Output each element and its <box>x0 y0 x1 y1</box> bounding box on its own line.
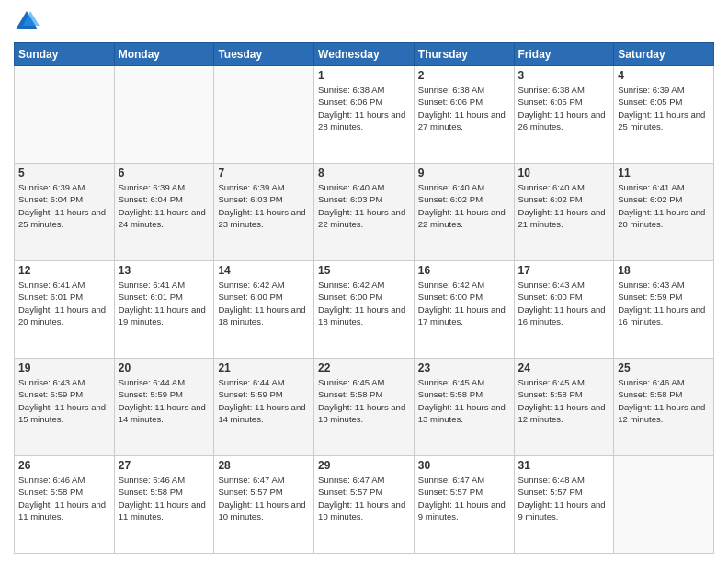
day-number: 31 <box>518 459 610 472</box>
day-info: Sunrise: 6:46 AM Sunset: 5:58 PM Dayligh… <box>119 474 210 523</box>
day-number: 20 <box>119 362 210 374</box>
day-info: Sunrise: 6:47 AM Sunset: 5:57 PM Dayligh… <box>318 474 410 523</box>
day-number: 30 <box>418 459 510 472</box>
week-row-2: 5Sunrise: 6:39 AM Sunset: 6:04 PM Daylig… <box>15 164 714 261</box>
calendar: SundayMondayTuesdayWednesdayThursdayFrid… <box>14 42 714 554</box>
day-number: 22 <box>318 362 410 374</box>
week-row-5: 26Sunrise: 6:46 AM Sunset: 5:58 PM Dayli… <box>15 456 714 554</box>
day-info: Sunrise: 6:45 AM Sunset: 5:58 PM Dayligh… <box>418 376 510 425</box>
day-number: 7 <box>218 167 310 179</box>
day-info: Sunrise: 6:38 AM Sunset: 6:06 PM Dayligh… <box>418 84 510 132</box>
day-cell: 18Sunrise: 6:43 AM Sunset: 5:59 PM Dayli… <box>614 261 714 359</box>
weekday-header-saturday: Saturday <box>614 43 714 66</box>
day-cell: 10Sunrise: 6:40 AM Sunset: 6:02 PM Dayli… <box>514 164 614 261</box>
week-row-3: 12Sunrise: 6:41 AM Sunset: 6:01 PM Dayli… <box>15 261 714 359</box>
day-info: Sunrise: 6:48 AM Sunset: 5:57 PM Dayligh… <box>518 474 610 523</box>
day-number: 13 <box>119 264 210 277</box>
day-number: 18 <box>618 264 710 277</box>
day-info: Sunrise: 6:39 AM Sunset: 6:04 PM Dayligh… <box>119 181 210 230</box>
day-info: Sunrise: 6:44 AM Sunset: 5:59 PM Dayligh… <box>119 376 210 425</box>
day-number: 26 <box>18 459 110 472</box>
day-number: 6 <box>119 167 210 179</box>
day-cell: 11Sunrise: 6:41 AM Sunset: 6:02 PM Dayli… <box>614 164 714 261</box>
day-cell <box>114 66 214 164</box>
day-info: Sunrise: 6:45 AM Sunset: 5:58 PM Dayligh… <box>518 376 610 425</box>
day-info: Sunrise: 6:43 AM Sunset: 6:00 PM Dayligh… <box>518 279 610 327</box>
day-cell: 4Sunrise: 6:39 AM Sunset: 6:05 PM Daylig… <box>614 66 714 164</box>
day-info: Sunrise: 6:40 AM Sunset: 6:02 PM Dayligh… <box>418 181 510 230</box>
weekday-header-tuesday: Tuesday <box>214 43 314 66</box>
day-cell: 7Sunrise: 6:39 AM Sunset: 6:03 PM Daylig… <box>214 164 314 261</box>
day-cell: 19Sunrise: 6:43 AM Sunset: 5:59 PM Dayli… <box>15 359 115 456</box>
day-cell: 2Sunrise: 6:38 AM Sunset: 6:06 PM Daylig… <box>414 66 514 164</box>
day-cell: 31Sunrise: 6:48 AM Sunset: 5:57 PM Dayli… <box>514 456 614 554</box>
day-cell: 27Sunrise: 6:46 AM Sunset: 5:58 PM Dayli… <box>114 456 214 554</box>
week-row-1: 1Sunrise: 6:38 AM Sunset: 6:06 PM Daylig… <box>15 66 714 164</box>
day-number: 24 <box>518 362 610 374</box>
day-number: 19 <box>18 362 110 374</box>
day-cell: 15Sunrise: 6:42 AM Sunset: 6:00 PM Dayli… <box>314 261 415 359</box>
day-info: Sunrise: 6:43 AM Sunset: 5:59 PM Dayligh… <box>18 376 110 425</box>
day-number: 14 <box>218 264 310 277</box>
day-cell: 21Sunrise: 6:44 AM Sunset: 5:59 PM Dayli… <box>214 359 314 456</box>
day-number: 2 <box>418 69 510 82</box>
day-cell: 26Sunrise: 6:46 AM Sunset: 5:58 PM Dayli… <box>15 456 115 554</box>
day-cell: 13Sunrise: 6:41 AM Sunset: 6:01 PM Dayli… <box>114 261 214 359</box>
day-cell: 16Sunrise: 6:42 AM Sunset: 6:00 PM Dayli… <box>414 261 514 359</box>
week-row-4: 19Sunrise: 6:43 AM Sunset: 5:59 PM Dayli… <box>15 359 714 456</box>
day-number: 16 <box>418 264 510 277</box>
day-cell: 24Sunrise: 6:45 AM Sunset: 5:58 PM Dayli… <box>514 359 614 456</box>
logo <box>14 9 43 35</box>
day-info: Sunrise: 6:47 AM Sunset: 5:57 PM Dayligh… <box>418 474 510 523</box>
day-number: 11 <box>618 167 710 179</box>
day-number: 21 <box>218 362 310 374</box>
day-cell: 5Sunrise: 6:39 AM Sunset: 6:04 PM Daylig… <box>15 164 115 261</box>
day-number: 9 <box>418 167 510 179</box>
day-number: 12 <box>18 264 110 277</box>
day-number: 23 <box>418 362 510 374</box>
day-number: 25 <box>618 362 710 374</box>
day-cell: 6Sunrise: 6:39 AM Sunset: 6:04 PM Daylig… <box>114 164 214 261</box>
day-info: Sunrise: 6:39 AM Sunset: 6:03 PM Dayligh… <box>218 181 310 230</box>
day-cell <box>15 66 115 164</box>
weekday-header-row: SundayMondayTuesdayWednesdayThursdayFrid… <box>15 43 714 66</box>
day-info: Sunrise: 6:41 AM Sunset: 6:01 PM Dayligh… <box>119 279 210 327</box>
weekday-header-thursday: Thursday <box>414 43 514 66</box>
day-cell: 22Sunrise: 6:45 AM Sunset: 5:58 PM Dayli… <box>314 359 415 456</box>
day-number: 29 <box>318 459 410 472</box>
day-info: Sunrise: 6:40 AM Sunset: 6:03 PM Dayligh… <box>318 181 410 230</box>
day-number: 10 <box>518 167 610 179</box>
day-cell: 8Sunrise: 6:40 AM Sunset: 6:03 PM Daylig… <box>314 164 415 261</box>
day-cell: 28Sunrise: 6:47 AM Sunset: 5:57 PM Dayli… <box>214 456 314 554</box>
day-info: Sunrise: 6:39 AM Sunset: 6:04 PM Dayligh… <box>18 181 110 230</box>
day-cell <box>614 456 714 554</box>
day-cell: 3Sunrise: 6:38 AM Sunset: 6:05 PM Daylig… <box>514 66 614 164</box>
header <box>14 9 714 35</box>
logo-icon <box>14 9 40 35</box>
day-info: Sunrise: 6:38 AM Sunset: 6:06 PM Dayligh… <box>318 84 410 132</box>
page: SundayMondayTuesdayWednesdayThursdayFrid… <box>0 0 728 563</box>
weekday-header-wednesday: Wednesday <box>314 43 415 66</box>
day-number: 27 <box>119 459 210 472</box>
day-cell: 25Sunrise: 6:46 AM Sunset: 5:58 PM Dayli… <box>614 359 714 456</box>
day-cell: 17Sunrise: 6:43 AM Sunset: 6:00 PM Dayli… <box>514 261 614 359</box>
day-number: 8 <box>318 167 410 179</box>
day-info: Sunrise: 6:41 AM Sunset: 6:01 PM Dayligh… <box>18 279 110 327</box>
day-info: Sunrise: 6:38 AM Sunset: 6:05 PM Dayligh… <box>518 84 610 132</box>
day-info: Sunrise: 6:42 AM Sunset: 6:00 PM Dayligh… <box>218 279 310 327</box>
day-cell: 30Sunrise: 6:47 AM Sunset: 5:57 PM Dayli… <box>414 456 514 554</box>
day-info: Sunrise: 6:46 AM Sunset: 5:58 PM Dayligh… <box>18 474 110 523</box>
weekday-header-monday: Monday <box>114 43 214 66</box>
day-info: Sunrise: 6:42 AM Sunset: 6:00 PM Dayligh… <box>318 279 410 327</box>
weekday-header-friday: Friday <box>514 43 614 66</box>
day-info: Sunrise: 6:46 AM Sunset: 5:58 PM Dayligh… <box>618 376 710 425</box>
day-info: Sunrise: 6:39 AM Sunset: 6:05 PM Dayligh… <box>618 84 710 132</box>
day-info: Sunrise: 6:42 AM Sunset: 6:00 PM Dayligh… <box>418 279 510 327</box>
day-number: 5 <box>18 167 110 179</box>
day-info: Sunrise: 6:43 AM Sunset: 5:59 PM Dayligh… <box>618 279 710 327</box>
day-number: 17 <box>518 264 610 277</box>
day-cell: 14Sunrise: 6:42 AM Sunset: 6:00 PM Dayli… <box>214 261 314 359</box>
day-cell: 9Sunrise: 6:40 AM Sunset: 6:02 PM Daylig… <box>414 164 514 261</box>
day-info: Sunrise: 6:47 AM Sunset: 5:57 PM Dayligh… <box>218 474 310 523</box>
day-cell <box>214 66 314 164</box>
